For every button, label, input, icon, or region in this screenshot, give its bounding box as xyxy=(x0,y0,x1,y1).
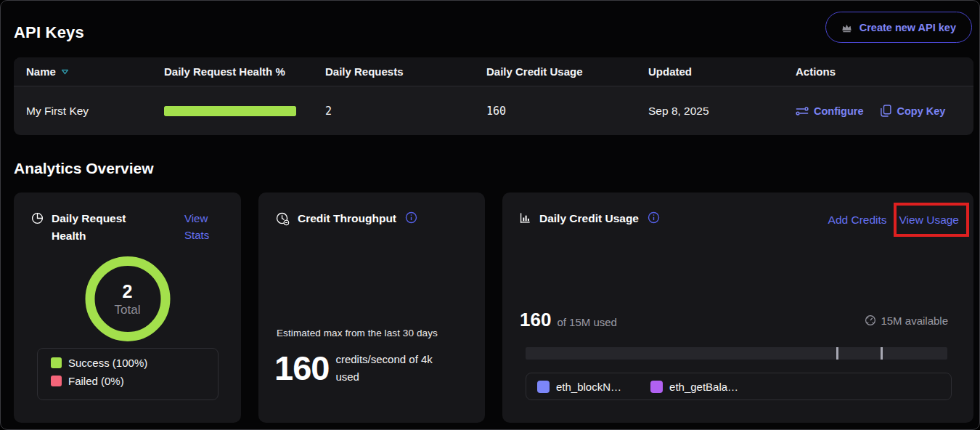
credits-used-suffix: of 15M used xyxy=(557,316,617,328)
table-row: My First Key 2 160 Sep 8, 2025 Configure xyxy=(14,86,973,135)
copy-key-label: Copy Key xyxy=(897,105,945,117)
crown-icon xyxy=(841,23,852,33)
health-bar-fill xyxy=(164,106,296,116)
column-label: Name xyxy=(26,65,56,78)
credit-usage-progress-bar xyxy=(526,347,947,360)
info-icon[interactable] xyxy=(405,211,417,224)
view-stats-link[interactable]: View Stats xyxy=(184,210,226,244)
configure-label: Configure xyxy=(814,105,863,117)
success-swatch xyxy=(51,357,62,368)
bar-chart-icon xyxy=(520,212,531,224)
daily-request-health-card: Daily Request Health View Stats 2 Total … xyxy=(14,192,241,423)
add-credits-link[interactable]: Add Credits xyxy=(828,211,887,229)
failed-label: Failed (0%) xyxy=(68,375,124,387)
legend-item-eth-blocknumber: eth_blockN… xyxy=(537,381,621,393)
method-swatch xyxy=(650,381,663,393)
request-health-donut-chart: 2 Total xyxy=(85,256,170,341)
column-header-requests[interactable]: Daily Requests xyxy=(325,65,486,78)
success-label: Success (100%) xyxy=(68,357,147,369)
method-label: eth_blockN… xyxy=(556,381,621,393)
create-api-key-label: Create new API key xyxy=(859,22,956,33)
column-header-credit-usage[interactable]: Daily Credit Usage xyxy=(486,65,648,78)
credits-available: 15M available xyxy=(865,315,948,327)
legend-item-success: Success (100%) xyxy=(51,357,218,369)
info-icon[interactable] xyxy=(648,211,660,224)
card-title: Credit Throughput xyxy=(298,210,396,227)
pie-chart-icon xyxy=(31,212,44,224)
copy-icon xyxy=(881,105,891,117)
donut-total-value: 2 xyxy=(123,281,133,302)
progress-tick xyxy=(836,347,838,360)
updated-value: Sep 8, 2025 xyxy=(648,105,796,118)
health-legend: Success (100%) Failed (0%) xyxy=(37,348,219,400)
throughput-value: 160 xyxy=(274,348,329,388)
throughput-subtitle: Estimated max from the last 30 days xyxy=(277,328,438,338)
usage-legend: eth_blockN… eth_getBala… xyxy=(526,373,952,400)
health-bar xyxy=(164,106,296,116)
throughput-unit: credits/second of 4k used xyxy=(335,351,450,385)
column-header-actions: Actions xyxy=(796,65,961,78)
dashboard: API Keys Create new API key Name Daily R… xyxy=(0,0,980,430)
credits-used-value: 160 xyxy=(520,309,551,331)
credits-available-label: 15M available xyxy=(881,315,948,327)
health-bar-cell xyxy=(164,106,325,116)
column-header-name[interactable]: Name xyxy=(26,65,164,78)
card-title: Daily Credit Usage xyxy=(539,210,639,227)
create-api-key-button[interactable]: Create new API key xyxy=(825,12,972,43)
donut-total-label: Total xyxy=(115,303,141,317)
actions-cell: Configure Copy Key xyxy=(796,105,961,117)
analytics-section-title: Analytics Overview xyxy=(14,160,154,177)
legend-item-failed: Failed (0%) xyxy=(51,375,218,387)
copy-key-button[interactable]: Copy Key xyxy=(881,105,945,117)
speedometer-icon xyxy=(865,315,876,326)
method-swatch xyxy=(537,381,550,393)
daily-credit-usage-value: 160 xyxy=(486,105,648,118)
api-keys-table: Name Daily Request Health % Daily Reques… xyxy=(14,57,973,135)
api-key-name: My First Key xyxy=(26,105,164,118)
column-header-health[interactable]: Daily Request Health % xyxy=(164,65,325,78)
view-usage-link[interactable]: View Usage xyxy=(899,214,959,226)
progress-tick xyxy=(881,347,883,360)
sliders-icon xyxy=(796,106,809,116)
page-title: API Keys xyxy=(14,23,84,42)
column-header-updated[interactable]: Updated xyxy=(648,65,796,78)
card-title: Daily Request Health xyxy=(52,210,146,245)
legend-item-eth-getbalance: eth_getBala… xyxy=(650,381,738,393)
daily-credit-usage-card: Daily Credit Usage Add Credits View Usag… xyxy=(502,192,973,423)
method-label: eth_getBala… xyxy=(669,381,738,393)
credit-throughput-card: Credit Throughput Estimated max from the… xyxy=(258,192,485,423)
gauge-icon xyxy=(276,212,290,226)
configure-button[interactable]: Configure xyxy=(796,105,863,117)
table-header-row: Name Daily Request Health % Daily Reques… xyxy=(14,57,973,86)
daily-requests-value: 2 xyxy=(325,105,486,118)
sort-desc-icon xyxy=(61,69,69,75)
failed-swatch xyxy=(51,376,62,386)
